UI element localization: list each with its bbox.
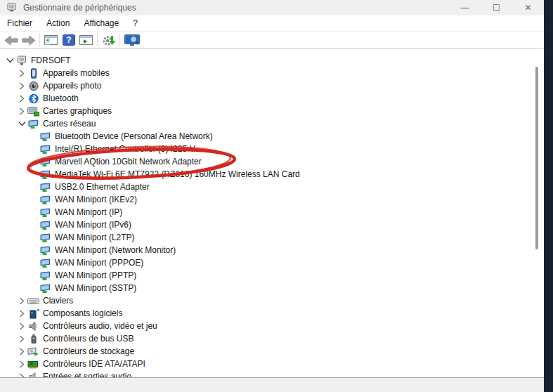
- display-icon: [27, 105, 39, 117]
- back-arrow-icon[interactable]: [2, 32, 20, 48]
- forward-arrow-icon[interactable]: [20, 32, 37, 48]
- minimize-button[interactable]: —: [449, 0, 481, 15]
- tree-row-composants-logiciels[interactable]: Composants logiciels: [0, 307, 544, 320]
- chevron-icon: [28, 257, 39, 268]
- tree-row-wan-miniport-pptp[interactable]: WAN Miniport (PPTP): [0, 269, 544, 282]
- tree-row-bluetooth[interactable]: Bluetooth: [0, 92, 544, 105]
- tree-row-cartes-graphiques[interactable]: Cartes graphiques: [0, 105, 544, 117]
- tree-item-label: Contrôleurs de stockage: [43, 345, 134, 358]
- chevron-icon[interactable]: [16, 308, 27, 319]
- tree-row-wan-miniport-ikev2[interactable]: WAN Miniport (IKEv2): [0, 193, 544, 206]
- tree-item-label: Intel(R) Ethernet Controller (3) I225-V: [55, 143, 195, 155]
- scan-hardware-changes-icon[interactable]: [100, 32, 117, 48]
- chevron-icon[interactable]: [16, 80, 27, 91]
- tree-item-label: WAN Miniport (PPTP): [55, 269, 136, 282]
- svg-text:?: ?: [66, 35, 71, 45]
- close-button[interactable]: ✕: [512, 0, 544, 15]
- chevron-icon[interactable]: [16, 333, 27, 344]
- toolbar: ?: [0, 32, 544, 49]
- devices-search-icon[interactable]: [122, 32, 143, 48]
- chevron-icon: [28, 143, 39, 155]
- audio-io-icon: [27, 371, 39, 377]
- tree-row-wan-miniport-sstp[interactable]: WAN Miniport (SSTP): [0, 282, 544, 294]
- tree-item-label: WAN Miniport (IP): [55, 206, 122, 218]
- menu-fichier[interactable]: Fichier: [0, 15, 39, 31]
- chevron-icon: [28, 270, 39, 281]
- tree-row-wan-miniport-ip[interactable]: WAN Miniport (IP): [0, 206, 544, 218]
- ide-icon: [27, 358, 39, 370]
- tree-row-intel-r-ethernet-controller-3-i225-v[interactable]: Intel(R) Ethernet Controller (3) I225-V: [0, 143, 544, 155]
- chevron-icon[interactable]: [4, 55, 15, 66]
- chevron-icon[interactable]: [16, 295, 27, 306]
- chevron-icon: [28, 169, 39, 180]
- properties-window-icon[interactable]: [77, 32, 95, 48]
- tree-row-bluetooth-device-personal-area-network[interactable]: Bluetooth Device (Personal Area Network): [0, 130, 544, 143]
- tree-row-appareils-mobiles[interactable]: Appareils mobiles: [0, 67, 544, 79]
- chevron-icon[interactable]: [16, 358, 27, 370]
- tree-row-wan-miniport-l2tp[interactable]: WAN Miniport (L2TP): [0, 231, 544, 244]
- screenshot-stage: Gestionnaire de périphériques — ☐ ✕ Fich…: [0, 0, 553, 392]
- menu-action[interactable]: Action: [39, 15, 77, 31]
- tree-row-wan-miniport-pppoe[interactable]: WAN Miniport (PPPOE): [0, 256, 544, 269]
- tree-row-entr-es-et-sorties-audio[interactable]: Entrées et sorties audio: [0, 370, 544, 377]
- network-icon: [39, 282, 51, 294]
- chevron-icon[interactable]: [16, 67, 27, 79]
- tree-row-contr-leurs-audio-vid-o-et-jeu[interactable]: Contrôleurs audio, vidéo et jeu: [0, 320, 544, 332]
- usb-icon: [27, 333, 39, 344]
- computer-icon: [15, 55, 27, 66]
- chevron-icon[interactable]: [16, 118, 27, 129]
- tree-row-contr-leurs-de-bus-usb[interactable]: Contrôleurs de bus USB: [0, 332, 544, 345]
- network-icon: [39, 270, 51, 281]
- chevron-icon[interactable]: [16, 105, 27, 117]
- network-icon: [39, 219, 51, 230]
- toolbar-separator: [97, 34, 98, 46]
- tree-item-label: Entrées et sorties audio: [43, 370, 131, 377]
- show-console-tree-icon[interactable]: [42, 32, 60, 48]
- tree-item-label: Composants logiciels: [43, 307, 122, 320]
- tree-item-label: Contrôleurs de bus USB: [43, 332, 134, 345]
- help-icon[interactable]: ?: [60, 32, 77, 48]
- chevron-icon: [28, 232, 39, 243]
- tree-row-appareils-photo[interactable]: Appareils photo: [0, 79, 544, 92]
- vertical-scrollbar[interactable]: [535, 67, 538, 249]
- network-icon: [39, 131, 51, 142]
- toolbar-separator: [119, 34, 120, 46]
- tree-item-label: Bluetooth Device (Personal Area Network): [55, 130, 213, 143]
- chevron-icon[interactable]: [16, 371, 27, 377]
- keyboard-icon: [27, 295, 39, 306]
- network-icon: [39, 257, 51, 268]
- tree-row-fdrsoft[interactable]: FDRSOFT: [0, 54, 544, 67]
- chevron-icon[interactable]: [16, 93, 27, 104]
- software-icon: [27, 308, 39, 319]
- window-controls: — ☐ ✕: [449, 0, 544, 15]
- tree-row-usb2-0-ethernet-adapter[interactable]: USB2.0 Ethernet Adapter: [0, 181, 544, 193]
- chevron-icon[interactable]: [16, 346, 27, 357]
- network-icon: [39, 207, 51, 218]
- tree-row-contr-leurs-de-stockage[interactable]: Contrôleurs de stockage: [0, 345, 544, 358]
- device-tree: FDRSOFT Appareils mobiles Appareils phot…: [0, 49, 544, 377]
- network-icon: [39, 232, 51, 243]
- toolbar-separator: [39, 34, 40, 46]
- tree-row-marvell-aqtion-10gbit-network-adapter[interactable]: Marvell AQtion 10Gbit Network Adapter: [0, 155, 544, 168]
- tree-row-wan-miniport-network-monitor[interactable]: WAN Miniport (Network Monitor): [0, 244, 544, 256]
- chevron-icon[interactable]: [16, 320, 27, 332]
- device-manager-window: Gestionnaire de périphériques — ☐ ✕ Fich…: [0, 0, 544, 392]
- tree-item-label: MediaTek Wi-Fi 6E MT7922 (RZ616) 160MHz …: [55, 168, 300, 181]
- mobile-icon: [27, 67, 39, 79]
- tree-row-wan-miniport-ipv6[interactable]: WAN Miniport (IPv6): [0, 218, 544, 231]
- menubar: Fichier Action Affichage ?: [0, 15, 544, 32]
- maximize-button[interactable]: ☐: [481, 0, 512, 15]
- tree-row-mediatek-wi-fi-6e-mt7922-rz616-160mhz-wireless-lan-card[interactable]: MediaTek Wi-Fi 6E MT7922 (RZ616) 160MHz …: [0, 168, 544, 181]
- network-icon: [39, 181, 51, 192]
- menu-help[interactable]: ?: [126, 15, 145, 31]
- chevron-icon: [28, 244, 39, 256]
- window-title: Gestionnaire de périphériques: [23, 3, 136, 13]
- tree-item-label: Contrôleurs audio, vidéo et jeu: [43, 320, 157, 332]
- tree-row-cartes-r-seau[interactable]: Cartes réseau: [0, 117, 544, 130]
- tree-row-claviers[interactable]: Claviers: [0, 294, 544, 307]
- tree-row-contr-leurs-ide-ata-atapi[interactable]: Contrôleurs IDE ATA/ATAPI: [0, 358, 544, 370]
- tree-item-label: USB2.0 Ethernet Adapter: [55, 181, 150, 193]
- tree-item-label: WAN Miniport (Network Monitor): [55, 244, 176, 256]
- menu-affichage[interactable]: Affichage: [77, 15, 126, 31]
- chevron-icon: [28, 207, 39, 218]
